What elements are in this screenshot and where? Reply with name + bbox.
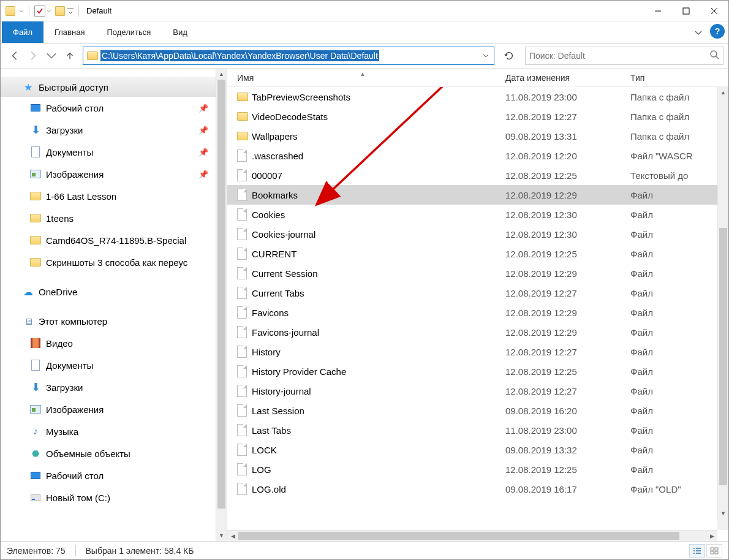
file-row[interactable]: Bookmarks12.08.2019 12:29Файл	[227, 185, 728, 205]
search-input[interactable]	[529, 51, 709, 61]
sidebar-label: 1-66 Last Lesson	[46, 191, 116, 202]
file-icon	[237, 169, 252, 181]
view-details-button[interactable]	[689, 544, 705, 558]
file-row[interactable]: Favicons12.08.2019 12:29Файл	[227, 303, 728, 322]
sidebar-item[interactable]: ⬇Загрузки📌	[1, 119, 216, 141]
scroll-left-icon[interactable]: ◀	[227, 531, 238, 541]
column-name[interactable]: Имя ▲	[237, 73, 505, 83]
scrollbar-thumb[interactable]	[217, 80, 225, 509]
file-hscrollbar[interactable]: ◀ ▶	[227, 530, 717, 541]
file-type: Файл	[630, 229, 653, 240]
file-name: LOCK	[252, 445, 505, 455]
sidebar-label: OneDrive	[39, 287, 77, 297]
ribbon-collapse-icon[interactable]	[694, 21, 703, 44]
file-row[interactable]: Cookies12.08.2019 12:30Файл	[227, 205, 728, 224]
sidebar-item[interactable]: Рабочий стол	[1, 464, 216, 486]
scroll-up-icon[interactable]: ▲	[216, 69, 227, 80]
sidebar-item[interactable]: ♪Музыка	[1, 420, 216, 442]
sidebar-item[interactable]: ⬣Объемные объекты	[1, 442, 216, 464]
file-date: 12.08.2019 12:25	[505, 249, 630, 259]
file-row[interactable]: History-journal12.08.2019 12:27Файл	[227, 381, 728, 401]
forward-button[interactable]	[25, 48, 41, 64]
close-button[interactable]	[700, 1, 728, 21]
file-row[interactable]: History12.08.2019 12:27Файл	[227, 342, 728, 361]
qat-dropdown2-icon[interactable]	[47, 9, 51, 13]
address-path[interactable]: C:\Users\Катя\AppData\Local\Yandex\Yande…	[100, 50, 379, 61]
downloads-icon: ⬇	[30, 124, 41, 135]
qat-dropdown-icon[interactable]	[19, 9, 24, 13]
sidebar-item[interactable]: Изображения	[1, 398, 216, 420]
folder-icon	[30, 257, 41, 268]
scroll-down-icon[interactable]: ▼	[718, 508, 728, 519]
sidebar-item[interactable]: Новый том (C:)	[1, 486, 216, 509]
file-vscrollbar[interactable]: ▲ ▼	[717, 87, 728, 519]
tab-home[interactable]: Главная	[43, 21, 96, 43]
address-dropdown-icon[interactable]	[480, 50, 491, 61]
sidebar-item[interactable]: Изображения📌	[1, 163, 216, 185]
sidebar-label: Видео	[46, 338, 73, 349]
back-button[interactable]	[7, 48, 23, 64]
sidebar-label: Быстрый доступ	[39, 82, 108, 93]
scroll-up-icon[interactable]: ▲	[718, 87, 728, 98]
file-row[interactable]: Favicons-journal12.08.2019 12:29Файл	[227, 322, 728, 342]
refresh-button[interactable]	[500, 47, 518, 65]
sidebar-item[interactable]: ⬇Загрузки	[1, 376, 216, 398]
sidebar-label: Объемные объекты	[46, 448, 130, 459]
sidebar-scrollbar[interactable]: ▲ ▼	[216, 69, 227, 541]
sidebar-item[interactable]: Camd64OS_R74-11895.B-Special	[1, 229, 216, 251]
status-selected: Выбран 1 элемент: 58,4 КБ	[86, 546, 194, 556]
history-dropdown[interactable]	[43, 48, 59, 64]
qat-properties-checkbox[interactable]	[34, 6, 45, 17]
qat-overflow-icon[interactable]	[67, 6, 74, 16]
file-row[interactable]: Last Session09.08.2019 16:20Файл	[227, 401, 728, 420]
sidebar-item[interactable]: Документы	[1, 354, 216, 376]
sidebar-item[interactable]: Документы📌	[1, 141, 216, 163]
file-list[interactable]: TabPreviewScreenshots11.08.2019 23:00Пап…	[227, 87, 728, 530]
sidebar-item[interactable]: 1-66 Last Lesson	[1, 185, 216, 207]
scroll-right-icon[interactable]: ▶	[706, 531, 717, 541]
sidebar-item[interactable]: Скриншоты 3 способа как переус	[1, 251, 216, 273]
sidebar-item-quick-access[interactable]: ★ Быстрый доступ	[1, 77, 216, 97]
address-bar[interactable]: C:\Users\Катя\AppData\Local\Yandex\Yande…	[83, 47, 494, 65]
file-row[interactable]: Wallpapers09.08.2019 13:31Папка с файл	[227, 126, 728, 146]
scrollbar-thumb[interactable]	[719, 228, 727, 485]
minimize-button[interactable]	[644, 1, 672, 21]
sidebar-item-onedrive[interactable]: ☁ OneDrive	[1, 281, 216, 303]
column-type[interactable]: Тип	[630, 73, 728, 83]
tab-view[interactable]: Вид	[162, 21, 198, 43]
search-icon[interactable]	[709, 50, 719, 62]
file-row[interactable]: Cookies-journal12.08.2019 12:30Файл	[227, 224, 728, 244]
file-row[interactable]: LOG12.08.2019 12:25Файл	[227, 460, 728, 479]
sidebar-label: Новый том (C:)	[46, 493, 110, 503]
file-row[interactable]: LOG.old09.08.2019 16:17Файл "OLD"	[227, 479, 728, 499]
scrollbar-thumb[interactable]	[238, 532, 679, 540]
sidebar-item-this-pc[interactable]: 🖥 Этот компьютер	[1, 310, 216, 332]
tab-share[interactable]: Поделиться	[96, 21, 162, 43]
file-row[interactable]: TabPreviewScreenshots11.08.2019 23:00Пап…	[227, 87, 728, 107]
pictures-icon	[30, 404, 41, 415]
file-row[interactable]: .wascrashed12.08.2019 12:20Файл "WASCR	[227, 146, 728, 165]
sidebar-label: 1teens	[46, 213, 74, 224]
sidebar-item[interactable]: 1teens	[1, 207, 216, 229]
tab-file[interactable]: Файл	[2, 21, 43, 43]
file-row[interactable]: History Provider Cache12.08.2019 12:25Фа…	[227, 361, 728, 381]
file-row[interactable]: LOCK09.08.2019 13:32Файл	[227, 440, 728, 460]
file-row[interactable]: Current Tabs12.08.2019 12:27Файл	[227, 283, 728, 303]
view-thumbnails-button[interactable]	[706, 544, 722, 558]
maximize-button[interactable]	[672, 1, 700, 21]
help-button[interactable]: ?	[710, 24, 725, 39]
file-date: 12.08.2019 12:27	[505, 386, 630, 396]
sidebar-item[interactable]: Рабочий стол📌	[1, 97, 216, 119]
scroll-down-icon[interactable]: ▼	[216, 530, 227, 541]
file-row[interactable]: VideoDecodeStats12.08.2019 12:27Папка с …	[227, 107, 728, 126]
file-row[interactable]: Last Tabs11.08.2019 23:00Файл	[227, 420, 728, 440]
file-row[interactable]: 00000712.08.2019 12:25Текстовый до	[227, 165, 728, 185]
star-icon: ★	[23, 81, 34, 93]
up-button[interactable]	[62, 48, 78, 64]
file-row[interactable]: CURRENT12.08.2019 12:25Файл	[227, 244, 728, 263]
file-row[interactable]: Current Session12.08.2019 12:29Файл	[227, 263, 728, 283]
file-type: Папка с файл	[630, 131, 689, 142]
sidebar-item[interactable]: Видео	[1, 332, 216, 354]
search-box[interactable]	[525, 47, 723, 65]
column-date[interactable]: Дата изменения	[505, 73, 630, 83]
